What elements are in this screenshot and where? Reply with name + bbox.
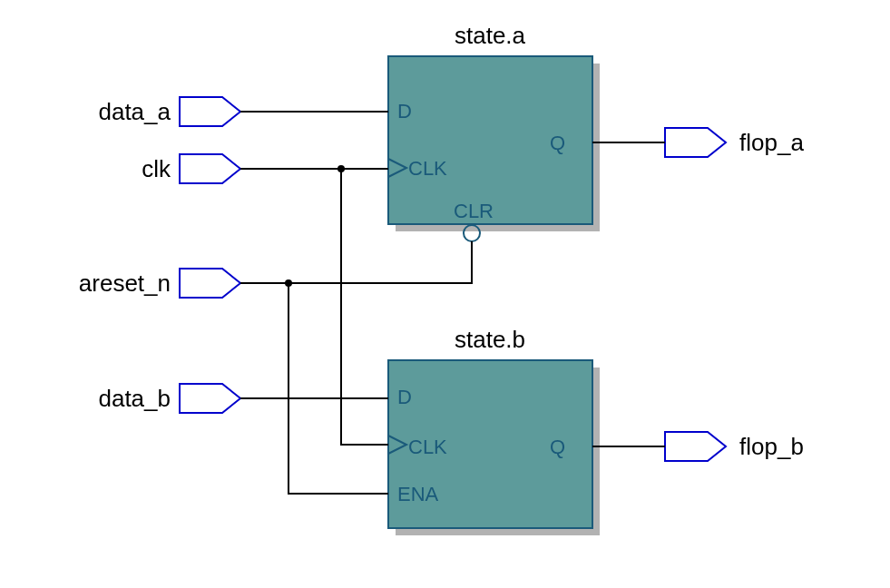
pin-ena-label: ENA xyxy=(397,483,439,505)
input-port-areset-n: areset_n xyxy=(79,269,240,298)
pin-clk-label-b: CLK xyxy=(408,436,447,458)
flip-flop-state-a: state.a D CLK CLR Q xyxy=(388,22,600,241)
output-port-flop-b: flop_b xyxy=(665,432,804,461)
port-label-data-a: data_a xyxy=(98,98,171,125)
schematic-diagram: state.a D CLK CLR Q state.b D CLK ENA Q … xyxy=(0,0,890,588)
pin-q-label: Q xyxy=(550,132,565,154)
pin-clk-label: CLK xyxy=(408,157,447,180)
block-title-state-a: state.a xyxy=(455,22,526,49)
input-port-clk: clk xyxy=(142,154,240,183)
wire-clk-to-state-b xyxy=(341,169,388,445)
input-port-data-a: data_a xyxy=(98,97,240,126)
port-label-data-b: data_b xyxy=(98,385,171,412)
port-label-areset-n: areset_n xyxy=(79,270,171,297)
flip-flop-state-b: state.b D CLK ENA Q xyxy=(388,326,600,535)
input-port-data-b: data_b xyxy=(98,384,240,413)
port-label-clk: clk xyxy=(142,155,171,182)
block-title-state-b: state.b xyxy=(455,326,525,353)
wire-areset-n-main xyxy=(240,241,472,283)
pin-d-label-b: D xyxy=(397,386,412,408)
wire-areset-n-to-ena xyxy=(289,283,388,494)
pin-clr-label: CLR xyxy=(454,200,494,222)
port-label-flop-a: flop_a xyxy=(739,129,804,156)
pin-q-label-b: Q xyxy=(550,436,565,458)
port-label-flop-b: flop_b xyxy=(739,433,804,460)
pin-d-label: D xyxy=(397,100,412,122)
output-port-flop-a: flop_a xyxy=(665,128,804,157)
